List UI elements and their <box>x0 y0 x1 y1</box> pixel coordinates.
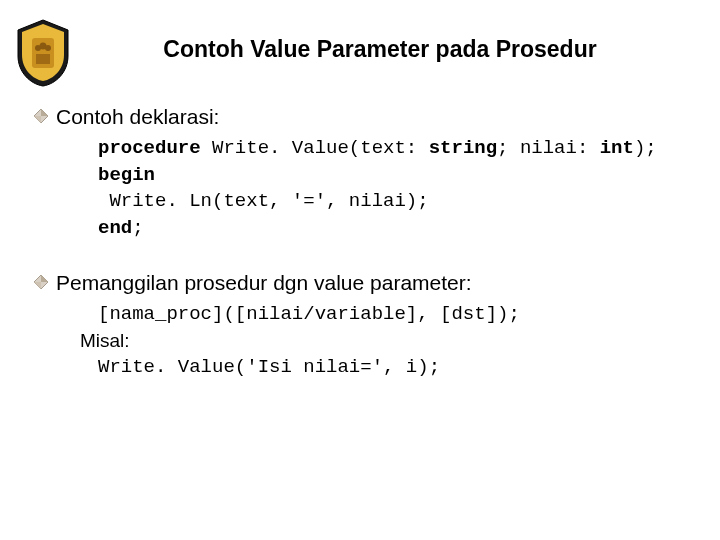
bullet-1: Contoh deklarasi: <box>34 105 692 129</box>
code-declaration: procedure Write. Value(text: string; nil… <box>98 135 692 241</box>
svg-point-3 <box>45 45 51 51</box>
university-logo <box>14 18 72 88</box>
section1-heading: Contoh deklarasi: <box>56 105 219 129</box>
code-syntax: [nama_proc]([nilai/variable], [dst]); <box>98 301 692 328</box>
diamond-bullet-icon <box>34 275 48 289</box>
slide-title: Contoh Value Parameter pada Prosedur <box>28 36 692 63</box>
bullet-2: Pemanggilan prosedur dgn value parameter… <box>34 271 692 295</box>
svg-rect-4 <box>36 54 50 64</box>
section2-heading: Pemanggilan prosedur dgn value parameter… <box>56 271 472 295</box>
misal-label: Misal: <box>80 330 692 352</box>
diamond-bullet-icon <box>34 109 48 123</box>
code-example: Write. Value('Isi nilai=', i); <box>98 354 692 381</box>
